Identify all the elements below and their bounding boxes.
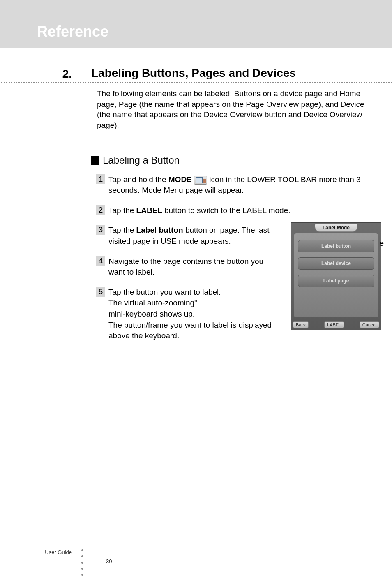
dot-icon (81, 574, 83, 576)
cancel-button[interactable]: Cancel (360, 321, 379, 328)
footer-label: User Guide (0, 548, 81, 568)
step-3: 3 Tap the Label button button on page. T… (91, 225, 272, 247)
screenshot-body: Label button Label device Label page (294, 233, 378, 317)
step-text: Tap the button you want to label. The vi… (108, 287, 272, 342)
screenshot-bottom-bar: Back LABEL Cancel (293, 321, 379, 328)
footer-right: 30 (81, 548, 112, 568)
text: Tap and hold the (108, 175, 168, 184)
label-page-button[interactable]: Label page (298, 275, 374, 287)
left-column: 2. (0, 64, 81, 351)
step-1: 1 Tap and hold the MODE icon in the LOWE… (91, 174, 380, 196)
black-square-icon (91, 156, 99, 165)
header-title: Reference (37, 23, 108, 40)
footer: User Guide 30 (0, 548, 392, 568)
step-text: Tap and hold the MODE icon in the LOWER … (108, 174, 380, 196)
text: mini-keyboard shows up. (108, 310, 195, 318)
subsection-header: Labeling a Button (91, 155, 380, 166)
section-number: 2. (0, 67, 72, 81)
device-screenshot: Label Mode Label button Label device Lab… (291, 222, 381, 330)
page-number: 30 (106, 558, 112, 564)
step-number: 3 (96, 225, 105, 235)
step-5: 5 Tap the button you want to label. The … (91, 287, 272, 342)
bold-text: MODE (168, 175, 192, 184)
text: Tap the (108, 226, 136, 234)
step-number: 5 (96, 287, 105, 297)
label-button-button[interactable]: Label button (298, 240, 374, 252)
dot-icon (81, 562, 83, 564)
steps-with-screenshot: Label Mode Label button Label device Lab… (91, 225, 380, 341)
text: The virtual (108, 298, 147, 307)
step-number: 1 (96, 174, 105, 184)
bold-text: LABEL (136, 206, 164, 215)
right-column: Labeling Buttons, Pages and Devices The … (81, 64, 392, 351)
dotted-divider (1, 82, 392, 83)
dot-column (81, 549, 83, 580)
step-2: 2 Tap the LABEL button to switch to the … (91, 205, 380, 216)
text: auto-zooming" (147, 298, 197, 307)
dot-icon (81, 549, 83, 551)
bold-text: Label button (136, 226, 185, 234)
label-device-button[interactable]: Label device (298, 257, 374, 270)
step-number: 2 (96, 205, 105, 215)
cutoff-character: e (379, 239, 384, 248)
step-4: 4 Navigate to the page contains the butt… (91, 256, 272, 278)
step-text: Tap the Label button button on page. The… (108, 225, 272, 247)
text: Tap the (108, 206, 136, 215)
step-number: 4 (96, 256, 105, 266)
mode-icon (194, 176, 207, 185)
intro-paragraph: The following elements can be labeled: B… (91, 88, 380, 131)
section-heading: Labeling Buttons, Pages and Devices (91, 67, 380, 80)
back-button[interactable]: Back (293, 321, 309, 328)
text: button to switch to the LABEL mode. (164, 206, 291, 215)
text: The button/frame you want to label is di… (108, 321, 272, 340)
dot-icon (81, 568, 83, 570)
label-center-button[interactable]: LABEL (324, 321, 344, 328)
content-area: 2. Labeling Buttons, Pages and Devices T… (0, 48, 392, 351)
screenshot-tab: Label Mode (315, 224, 357, 232)
text: Tap the button you want to label. (108, 288, 221, 296)
step-text: Navigate to the page contains the button… (108, 256, 272, 278)
header-bar: Reference (0, 0, 392, 48)
dot-icon (81, 555, 83, 557)
subsection-title: Labeling a Button (103, 155, 180, 166)
step-text: Tap the LABEL button to switch to the LA… (108, 205, 380, 216)
